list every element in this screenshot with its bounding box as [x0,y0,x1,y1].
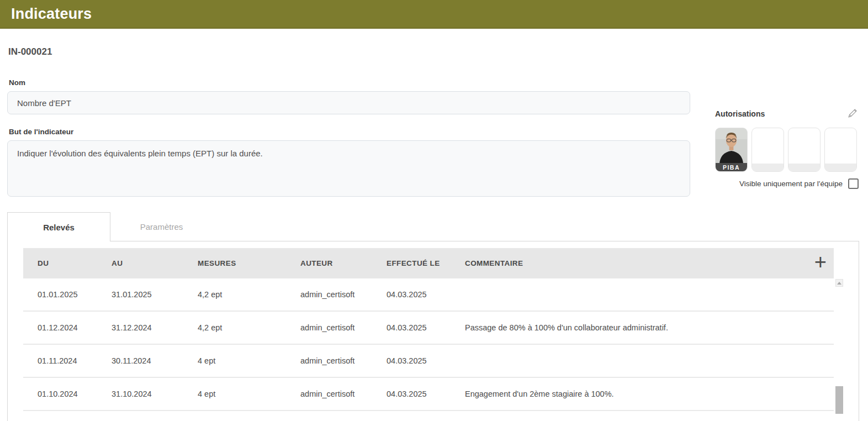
cell-du: 01.10.2024 [23,390,112,398]
add-row-button[interactable]: + [807,254,834,273]
table-row[interactable]: 01.11.2024 30.11.2024 4 ept admin_certis… [23,345,834,378]
table-row[interactable]: 01.12.2024 31.12.2024 4,2 ept admin_cert… [23,312,834,345]
cell-auteur: admin_certisoft [300,356,387,365]
avatar-card-empty[interactable] [788,128,821,172]
cell-au: 30.11.2024 [112,356,198,365]
table-scrollbar[interactable] [835,279,843,421]
empty-slot-band [788,164,820,171]
empty-slot-band [825,164,856,171]
col-au: AU [112,259,198,267]
nom-label: Nom [9,78,868,87]
cell-commentaire: Engagement d'un 2ème stagiaire à 100%. [465,390,807,398]
cell-au: 31.10.2024 [112,390,198,398]
col-du: DU [23,259,112,267]
scroll-up-button[interactable] [835,279,843,287]
autorisations-label: Autorisations [715,109,765,118]
table-row[interactable]: 01.10.2024 31.10.2024 4 ept admin_certis… [23,378,834,411]
cell-effectue-le: 04.03.2025 [387,390,465,398]
record-id: IN-000021 [8,46,868,57]
tab-releves[interactable]: Relevés [7,212,110,241]
cell-effectue-le: 04.03.2025 [387,323,465,332]
cell-effectue-le: 04.03.2025 [387,356,465,365]
cell-du: 01.11.2024 [23,356,112,365]
main-content: IN-000021 Nom Nombre d'EPT But de l'indi… [0,46,868,421]
col-mesures: MESURES [198,259,300,267]
cell-du: 01.01.2025 [23,290,112,299]
releves-table: DU AU MESURES AUTEUR EFFECTUÉ LE COMMENT… [23,248,834,414]
authorization-avatars: PIBA [715,128,859,172]
cell-auteur: admin_certisoft [300,323,387,332]
avatar-card-empty[interactable] [751,128,784,172]
user-avatar [716,128,747,164]
page-title: Indicateurs [11,6,92,23]
cell-auteur: admin_certisoft [300,390,387,398]
cell-au: 31.12.2024 [112,323,198,332]
table-header-row: DU AU MESURES AUTEUR EFFECTUÉ LE COMMENT… [23,248,834,278]
avatar-card-piba[interactable]: PIBA [715,128,748,172]
cell-commentaire: Passage de 80% à 100% d'un collaborateur… [465,323,807,332]
col-effectue-le: EFFECTUÉ LE [387,259,465,267]
page-header: Indicateurs [0,0,868,29]
releves-panel: DU AU MESURES AUTEUR EFFECTUÉ LE COMMENT… [7,241,859,421]
avatar-card-empty[interactable] [824,128,857,172]
scrollbar-thumb[interactable] [835,386,843,414]
avatar-badge: PIBA [716,163,747,171]
chevron-up-icon [837,282,841,285]
cell-mesures: 4 ept [198,390,300,398]
visibility-label: Visible uniquement par l'équipe [739,180,843,188]
table-row[interactable]: 01.01.2025 31.01.2025 4,2 ept admin_cert… [23,278,834,312]
autorisations-section: Autorisations [715,109,859,189]
team-visibility-checkbox[interactable] [848,178,859,189]
tab-parametres[interactable]: Paramètres [110,212,213,241]
tab-bar: Relevés Paramètres [7,212,868,241]
table-row-partial [23,411,834,414]
cell-mesures: 4 ept [198,356,300,365]
but-textarea[interactable]: Indiquer l'évolution des équivalents ple… [7,140,690,197]
nom-input[interactable]: Nombre d'EPT [7,91,690,114]
cell-effectue-le: 04.03.2025 [387,290,465,299]
col-commentaire: COMMENTAIRE [465,259,807,267]
pencil-icon[interactable] [846,107,859,122]
empty-slot-band [752,164,784,171]
col-auteur: AUTEUR [300,259,387,267]
cell-mesures: 4,2 ept [198,290,300,299]
cell-mesures: 4,2 ept [198,323,300,332]
cell-auteur: admin_certisoft [300,290,387,299]
cell-au: 31.01.2025 [112,290,198,299]
cell-du: 01.12.2024 [23,323,112,332]
